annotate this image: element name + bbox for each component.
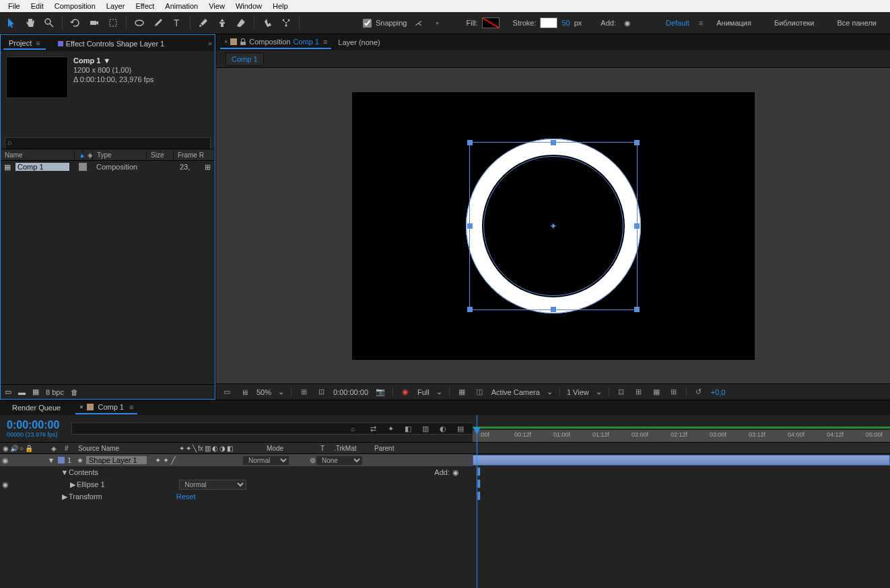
hardware-icon[interactable]: 🖥 (239, 387, 250, 398)
zoom-tool-icon[interactable] (42, 15, 57, 30)
current-timecode[interactable]: 0:00:00:00 (7, 419, 59, 431)
ellipse-expand-icon[interactable]: ▶ (69, 480, 77, 489)
menu-view[interactable]: View (203, 1, 230, 11)
ellipse-visibility-icon[interactable]: ◉ (0, 480, 11, 489)
sort-arrow-icon[interactable]: ▲ (75, 150, 83, 160)
anchor-point-icon[interactable]: ✦ (549, 221, 557, 231)
hamburger-icon[interactable]: ≡ (699, 19, 703, 27)
rectangle-tool-icon[interactable] (132, 15, 147, 30)
comp-tab-menu-icon[interactable]: ≡ (323, 38, 327, 46)
comp-sub-tab[interactable]: Comp 1 (226, 52, 264, 66)
work-area-bar[interactable] (473, 427, 890, 429)
stroke-width-value[interactable]: 50 (561, 19, 570, 27)
video-col-icon[interactable]: ◉ (3, 445, 9, 452)
always-preview-icon[interactable]: ▭ (221, 387, 232, 398)
pen-tool-icon[interactable] (151, 15, 166, 30)
composition-viewer[interactable]: ✦ (216, 68, 890, 383)
panel-overflow-icon[interactable]: » (208, 39, 212, 47)
fast-previews-icon[interactable]: ⊞ (634, 387, 644, 398)
draft3d-icon[interactable]: ✦ (385, 423, 396, 434)
lock-icon[interactable] (240, 38, 246, 45)
active-camera[interactable]: Active Camera (491, 388, 540, 396)
col-t[interactable]: T (318, 445, 331, 452)
snap-bounds-icon[interactable]: ▫ (430, 15, 445, 30)
puppet-tool-icon[interactable] (279, 15, 294, 30)
col-label-icon[interactable]: ◈ (83, 150, 93, 160)
resolution-dropdown-icon[interactable]: ⌄ (436, 388, 442, 396)
channels-icon[interactable]: ◉ (400, 387, 411, 398)
workspace-animation[interactable]: Анимация (707, 17, 761, 28)
stroke-swatch[interactable] (540, 17, 557, 28)
layer-name[interactable]: Shape Layer 1 (86, 456, 147, 464)
snapshot-icon[interactable]: 📷 (375, 387, 386, 398)
new-folder-icon[interactable]: ▬ (18, 388, 26, 396)
graph-editor-icon[interactable]: ▤ (455, 423, 466, 434)
exposure-reset-icon[interactable]: ↺ (693, 387, 704, 398)
sel-handle-lc[interactable] (467, 223, 473, 229)
camera-tool-icon[interactable] (87, 15, 102, 30)
project-row[interactable]: ▦ Comp 1 Composition 23, ⊞ (1, 161, 215, 173)
tab-effect-controls[interactable]: Effect Controls Shape Layer 1 (53, 37, 170, 49)
resolution-dropdown[interactable]: Full (417, 388, 430, 396)
layer-expand-icon[interactable]: ▼ (47, 456, 55, 464)
fill-swatch[interactable] (482, 17, 500, 28)
transform-reset-link[interactable]: Reset (176, 492, 196, 501)
zoom-dropdown-icon[interactable]: ⌄ (278, 388, 284, 396)
views-dropdown[interactable]: 1 View (567, 388, 589, 396)
pixel-aspect-icon[interactable]: ⊡ (616, 387, 627, 398)
col-type[interactable]: Type (93, 150, 147, 160)
tab-timeline-comp[interactable]: × Comp 1 ≡ (75, 401, 137, 414)
roi-icon[interactable]: ⊡ (316, 387, 327, 398)
menu-composition[interactable]: Composition (49, 1, 101, 11)
layer-ellipse-row[interactable]: ◉ ▶ Ellipse 1 Normal (0, 478, 473, 490)
close-tab-icon[interactable]: × (224, 38, 228, 45)
timeline-ruler[interactable]: :00f 00:12f 01:00f 01:12f 02:00f 02:12f … (473, 415, 890, 442)
tab-project[interactable]: Project ≡ (3, 36, 46, 50)
project-menu-icon[interactable]: ≡ (36, 39, 40, 47)
menu-edit[interactable]: Edit (26, 1, 49, 11)
motion-blur-icon[interactable]: ◐ (438, 423, 448, 434)
layer-contents-row[interactable]: ▼ Contents Add: ◉ (0, 466, 473, 478)
add-dropdown-icon[interactable]: ◉ (620, 15, 635, 30)
flowchart-icon[interactable]: ⊞ (205, 163, 211, 172)
layer-visibility-icon[interactable]: ◉ (0, 456, 11, 465)
workspace-allpanels[interactable]: Все панели (828, 17, 886, 28)
snap-extend-icon[interactable]: ⋌ (411, 15, 426, 30)
menu-file[interactable]: File (3, 1, 26, 11)
solo-col-icon[interactable]: ○ (20, 445, 24, 452)
zoom-level[interactable]: 50% (256, 388, 271, 396)
hand-tool-icon[interactable] (23, 15, 38, 30)
clone-stamp-tool-icon[interactable] (215, 15, 230, 30)
layer-row-shape[interactable]: ◉ ▼ 1 ★ Shape Layer 1 ✦ ✦ ╱ Normal ⊚ Non… (0, 454, 473, 466)
col-framerate[interactable]: Frame R (174, 150, 215, 160)
selection-tool-icon[interactable] (4, 15, 19, 30)
tab-layer-viewer[interactable]: Layer (none) (334, 36, 384, 48)
mask-icon[interactable]: ◫ (474, 387, 485, 398)
sel-handle-tc[interactable] (551, 140, 556, 145)
sel-handle-bl[interactable] (467, 307, 473, 312)
sel-handle-rc[interactable] (634, 223, 640, 229)
tab-render-queue[interactable]: Render Queue (8, 402, 65, 414)
transform-expand-icon[interactable]: ▶ (61, 492, 69, 501)
col-name[interactable]: Name (1, 150, 75, 160)
interpret-footage-icon[interactable]: ▭ (5, 388, 11, 396)
label-color-icon[interactable] (79, 163, 87, 171)
roto-brush-tool-icon[interactable] (260, 15, 275, 30)
layer-label-color[interactable] (58, 457, 65, 464)
menu-window[interactable]: Window (230, 1, 267, 11)
timeline-tab-menu-icon[interactable]: ≡ (129, 403, 133, 411)
sel-handle-br[interactable] (634, 307, 640, 312)
menu-animation[interactable]: Animation (160, 1, 203, 11)
col-source-name[interactable]: Source Name (75, 445, 176, 452)
brush-tool-icon[interactable] (196, 15, 211, 30)
timeline-icon[interactable]: ▦ (651, 387, 662, 398)
sel-handle-tl[interactable] (467, 140, 473, 145)
lock-col-icon[interactable]: 🔒 (25, 445, 33, 452)
composition-canvas[interactable]: ✦ (352, 92, 755, 360)
trkmat-link-icon[interactable]: ⊚ (310, 456, 316, 465)
transparency-grid-icon[interactable]: ▦ (456, 387, 467, 398)
views-dropdown-icon[interactable]: ⌄ (596, 388, 602, 396)
workspace-libraries[interactable]: Библиотеки (765, 17, 824, 28)
rotate-tool-icon[interactable] (68, 15, 83, 30)
comp-flowchart-icon[interactable]: ⊞ (669, 387, 679, 398)
